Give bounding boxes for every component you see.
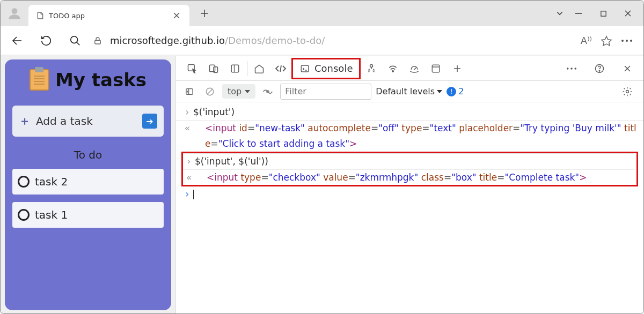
add-task-label: Add a task (36, 115, 93, 128)
issues-badge[interactable]: !2 (447, 86, 464, 96)
live-expression-icon[interactable] (260, 81, 276, 102)
svg-point-32 (567, 68, 569, 70)
file-icon (36, 11, 45, 20)
svg-point-14 (621, 40, 624, 42)
filter-input[interactable] (280, 84, 371, 100)
console-input-line: $('input') (193, 104, 235, 120)
svg-point-36 (599, 70, 600, 71)
back-button[interactable] (6, 29, 28, 52)
more-icon[interactable] (621, 39, 633, 42)
elements-tab-icon[interactable] (270, 58, 291, 79)
profile-icon[interactable] (5, 4, 24, 23)
browser-tab[interactable]: TODO app (28, 5, 189, 26)
task-checkbox[interactable] (18, 176, 30, 188)
inspect-element-icon[interactable] (181, 58, 203, 79)
log-levels-selector[interactable]: Default levels (376, 86, 442, 96)
tab-title: TODO app (49, 12, 167, 20)
svg-rect-18 (210, 65, 215, 71)
task-checkbox[interactable] (18, 209, 30, 221)
new-tab-button[interactable] (195, 4, 214, 23)
minimize-button[interactable] (566, 3, 591, 24)
svg-point-34 (574, 68, 576, 70)
devtools-panel: Console top Default levels !2 (175, 56, 643, 314)
close-window-button[interactable] (616, 3, 640, 24)
svg-marker-43 (245, 90, 250, 93)
svg-marker-13 (602, 36, 611, 45)
content-area: My tasks ＋ Add a task ➔ To do task 2 tas… (1, 55, 643, 314)
svg-rect-28 (433, 65, 440, 72)
read-aloud-icon[interactable]: A⁾⁾ (581, 35, 592, 46)
refresh-button[interactable] (35, 29, 57, 52)
task-item[interactable]: task 1 (12, 202, 164, 228)
svg-point-0 (12, 8, 18, 14)
output-chevron-icon: « (181, 121, 193, 152)
console-icon (299, 64, 310, 73)
app-title: My tasks (55, 69, 147, 91)
svg-line-11 (77, 42, 80, 45)
submit-task-button[interactable]: ➔ (142, 114, 157, 129)
chevron-down-icon[interactable] (553, 7, 566, 20)
task-item[interactable]: task 2 (12, 169, 164, 195)
clear-console-icon[interactable] (202, 81, 218, 102)
address-bar[interactable]: microsoftedge.github.io/Demos/demo-to-do… (93, 35, 574, 46)
add-task-card[interactable]: ＋ Add a task ➔ (12, 106, 164, 137)
input-chevron-icon: › (183, 154, 195, 169)
performance-tab-icon[interactable] (404, 58, 425, 79)
svg-point-27 (392, 70, 394, 72)
prompt-chevron-icon: › (181, 186, 193, 202)
svg-marker-45 (437, 90, 442, 93)
console-toolbar: top Default levels !2 (176, 81, 643, 102)
svg-point-15 (626, 40, 628, 42)
section-heading: To do (12, 148, 164, 161)
sources-tab-icon[interactable] (361, 58, 382, 79)
devtools-close-icon[interactable] (617, 58, 638, 79)
console-input-line: $('input', $('ul')) (195, 154, 268, 169)
more-tabs-button[interactable] (447, 58, 468, 79)
tab-close-button[interactable] (171, 10, 182, 21)
console-output-line: <input id="new-task" autocomplete="off" … (193, 121, 638, 152)
console-tab-label: Console (314, 63, 353, 74)
input-chevron-icon: › (181, 104, 193, 120)
plus-icon: ＋ (19, 113, 31, 129)
highlight-annotation: › $('input', $('ul')) « <input type="che… (181, 152, 638, 187)
output-chevron-icon: « (183, 170, 195, 185)
svg-point-46 (626, 90, 629, 93)
task-label: task 1 (35, 208, 68, 221)
svg-point-33 (570, 68, 573, 70)
search-button[interactable] (64, 29, 86, 52)
svg-rect-23 (301, 65, 309, 72)
favorite-icon[interactable] (601, 35, 612, 47)
window-controls (566, 3, 643, 24)
issue-dot-icon: ! (447, 87, 456, 96)
svg-point-16 (630, 40, 632, 42)
svg-rect-20 (231, 65, 239, 72)
todo-app-panel: My tasks ＋ Add a task ➔ To do task 2 tas… (5, 59, 171, 310)
lock-icon (93, 36, 104, 46)
console-prompt[interactable] (193, 186, 194, 202)
svg-rect-12 (95, 40, 101, 44)
application-tab-icon[interactable] (425, 58, 447, 79)
svg-point-10 (71, 36, 78, 43)
device-toggle-icon[interactable] (203, 58, 224, 79)
console-tab[interactable]: Console (291, 58, 361, 79)
console-settings-icon[interactable] (617, 81, 638, 102)
svg-rect-6 (601, 11, 605, 16)
window-titlebar: TODO app (1, 1, 643, 26)
devtools-more-icon[interactable] (561, 58, 582, 79)
console-sidebar-toggle[interactable] (181, 81, 197, 102)
url-text: microsoftedge.github.io/Demos/demo-to-do… (110, 35, 325, 46)
svg-point-25 (370, 64, 373, 67)
browser-toolbar: microsoftedge.github.io/Demos/demo-to-do… (1, 26, 643, 55)
console-output[interactable]: › $('input') « <input id="new-task" auto… (176, 102, 643, 202)
context-selector[interactable]: top (222, 84, 255, 99)
svg-line-22 (280, 65, 281, 72)
svg-line-42 (208, 89, 213, 94)
task-label: task 2 (35, 175, 68, 188)
welcome-tab-icon[interactable] (248, 58, 270, 79)
clipboard-icon (30, 69, 49, 91)
devtools-tabstrip: Console (176, 56, 643, 81)
network-tab-icon[interactable] (382, 58, 404, 79)
help-icon[interactable] (589, 58, 610, 79)
panel-layout-icon[interactable] (224, 58, 246, 79)
maximize-button[interactable] (591, 3, 616, 24)
